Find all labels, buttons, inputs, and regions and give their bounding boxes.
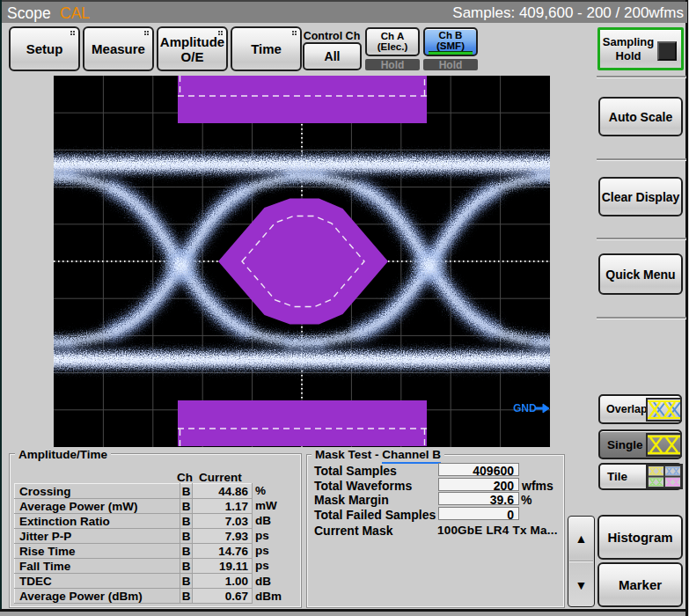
svg-text:GND: GND [513, 402, 537, 414]
